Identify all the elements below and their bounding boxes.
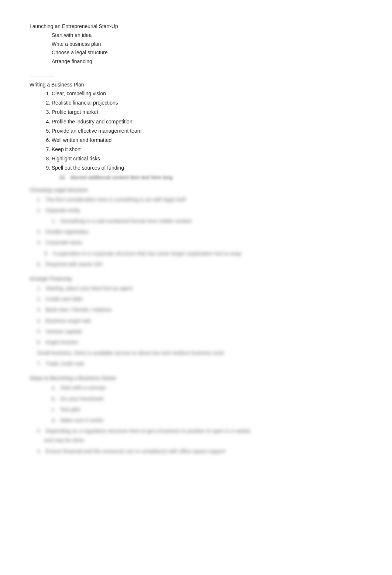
intro-item-3: Choose a legal structure <box>52 48 362 57</box>
section4-title: Steps to Becoming a Business Owner <box>30 375 362 381</box>
list-item-6: Well written and formatted <box>52 136 362 145</box>
main-section: Launching an Entrepreneurial Start-Up St… <box>30 22 362 66</box>
section2-item-4: 3. Double registration <box>37 227 362 237</box>
section3-title: Arrange Financing <box>30 276 362 282</box>
list-item-4: Profile the industry and competition <box>52 117 362 126</box>
business-plan-list: Clear, compelling vision Realistic finan… <box>30 89 362 173</box>
section-steps: Steps to Becoming a Business Owner a. St… <box>30 375 362 456</box>
intro-item-4: Arrange financing <box>52 57 362 66</box>
section-legal-structure: Choosing Legal Structure 1. The first co… <box>30 187 362 269</box>
section2-item-2: 2. Separate entity <box>37 206 362 215</box>
section-business-plan: Writing a Business Plan Clear, compellin… <box>30 82 362 180</box>
section2-item-1: 1. The first consideration here is somet… <box>37 195 362 204</box>
divider: -------------- <box>30 73 362 79</box>
section1-title: Writing a Business Plan <box>30 82 362 88</box>
list-item-7: Keep it short <box>52 145 362 154</box>
section4-sub-d: d. Make sure it works <box>52 416 362 425</box>
section2-item-6: 5. Cooperation in a corporate structure … <box>37 249 362 258</box>
section4-sub-a: a. Start with a concept <box>52 383 362 392</box>
list-item-8: Highlight critical risks <box>52 154 362 163</box>
section4-item-3: 3. Ensure financial and the resources ar… <box>37 447 362 456</box>
section4-item-2: 2. Depending on a regulatory structure h… <box>37 426 362 445</box>
list-item-2: Realistic financial projections <box>52 98 362 108</box>
section3-item-4: 4. Business angel rate <box>37 316 362 326</box>
section3-note: Small business, there is available acces… <box>37 348 362 358</box>
section2-item-7: 6. Required with owner info <box>37 260 362 269</box>
section4-sub-b: b. Do your homework <box>52 394 362 404</box>
section-financing: Arrange Financing 1. Starting, place you… <box>30 276 362 369</box>
blurred-extra-item: 10. blurred additional content item text… <box>30 174 362 180</box>
section3-item-6: 6. Angel Investor <box>37 338 362 347</box>
list-item-1: Clear, compelling vision <box>52 89 362 98</box>
section4-sub-c: c. Test pilot <box>52 405 362 414</box>
section3-note-item: 7. Trade credit note <box>37 359 362 368</box>
list-item-5: Provide an effective management team <box>52 126 362 136</box>
list-item-9: Spell out the sources of funding <box>52 163 362 173</box>
main-title: Launching an Entrepreneurial Start-Up <box>30 22 362 31</box>
section3-item-1: 1. Starting, place your best foot as age… <box>37 284 362 293</box>
section2-item-5: 4. Corporate taxes <box>37 238 362 247</box>
list-item-3: Profile target market <box>52 108 362 117</box>
section3-item-3: 3. Bank loan / friends / relatives <box>37 305 362 314</box>
section2-item-3: 1. Something in a sub-numbered format he… <box>37 217 362 226</box>
intro-item-2: Write a business plan <box>52 40 362 49</box>
intro-item-1: Start with an idea <box>52 31 362 40</box>
section2-title: Choosing Legal Structure <box>30 187 362 193</box>
section3-item-5: 5. Venture capitals <box>37 327 362 336</box>
section3-item-2: 2. Credit card debt <box>37 295 362 304</box>
